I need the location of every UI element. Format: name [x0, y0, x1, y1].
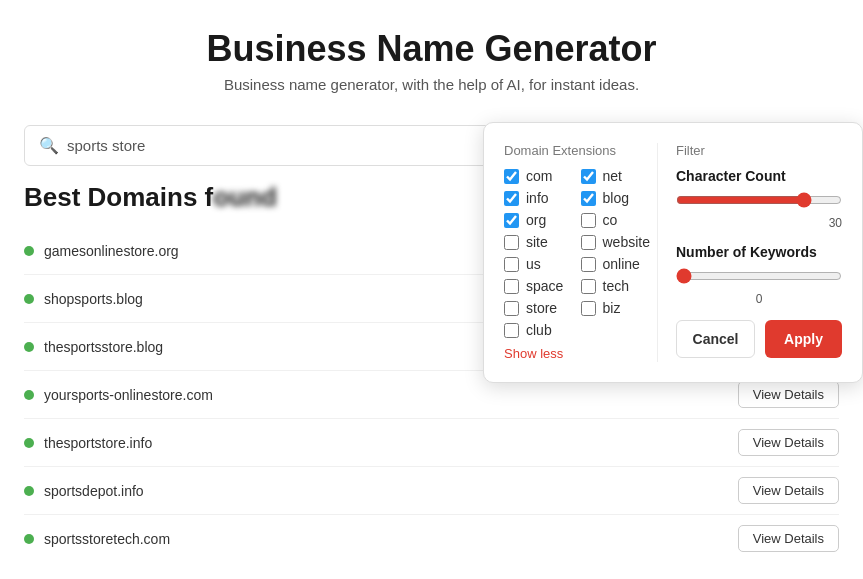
character-count-value: 30	[676, 216, 842, 230]
domain-item: sportsdepot.info View Details	[24, 467, 839, 515]
keywords-slider[interactable]	[676, 268, 842, 284]
ext-space[interactable]: space	[504, 278, 581, 294]
extensions-section: Domain Extensions com net info	[504, 143, 657, 362]
apply-button[interactable]: Apply	[765, 320, 842, 358]
ext-com-checkbox[interactable]	[504, 169, 519, 184]
ext-club[interactable]: club	[504, 322, 581, 338]
main-content: Best Domains found gamesonlinestore.org …	[0, 182, 863, 562]
domain-item: thesportstore.info View Details	[24, 419, 839, 467]
character-count-label: Character Count	[676, 168, 842, 184]
keywords-value: 0	[676, 292, 842, 306]
ext-us[interactable]: us	[504, 256, 581, 272]
ext-site-checkbox[interactable]	[504, 235, 519, 250]
ext-info-checkbox[interactable]	[504, 191, 519, 206]
filter-label: Filter	[676, 143, 842, 158]
number-of-keywords-label: Number of Keywords	[676, 244, 842, 260]
ext-tech[interactable]: tech	[581, 278, 658, 294]
filter-actions: Cancel Apply	[676, 320, 842, 358]
ext-store-checkbox[interactable]	[504, 301, 519, 316]
character-count-slider-wrapper	[676, 192, 842, 212]
available-dot	[24, 390, 34, 400]
ext-online[interactable]: online	[581, 256, 658, 272]
ext-net[interactable]: net	[581, 168, 658, 184]
ext-blog-checkbox[interactable]	[581, 191, 596, 206]
ext-co-checkbox[interactable]	[581, 213, 596, 228]
page-title: Business Name Generator	[0, 28, 863, 70]
available-dot	[24, 342, 34, 352]
available-dot	[24, 486, 34, 496]
ext-space-checkbox[interactable]	[504, 279, 519, 294]
ext-com[interactable]: com	[504, 168, 581, 184]
domain-name: gamesonlinestore.org	[44, 243, 179, 259]
ext-info[interactable]: info	[504, 190, 581, 206]
ext-website-checkbox[interactable]	[581, 235, 596, 250]
view-details-button[interactable]: View Details	[738, 477, 839, 504]
domain-name: thesportstore.info	[44, 435, 152, 451]
domain-name: shopsports.blog	[44, 291, 143, 307]
domain-name: thesportsstore.blog	[44, 339, 163, 355]
ext-net-checkbox[interactable]	[581, 169, 596, 184]
page-header: Business Name Generator Business name ge…	[0, 0, 863, 109]
show-less-link[interactable]: Show less	[504, 346, 563, 361]
ext-online-checkbox[interactable]	[581, 257, 596, 272]
ext-org[interactable]: org	[504, 212, 581, 228]
domain-name: sportsstoretech.com	[44, 531, 170, 547]
available-dot	[24, 246, 34, 256]
filter-panel: Domain Extensions com net info	[483, 122, 863, 383]
domain-item-left: gamesonlinestore.org	[24, 243, 179, 259]
ext-tech-checkbox[interactable]	[581, 279, 596, 294]
ext-blog[interactable]: blog	[581, 190, 658, 206]
ext-site[interactable]: site	[504, 234, 581, 250]
bottom-domain-row: sportsstoretech.com View Details	[24, 515, 839, 562]
view-details-button[interactable]: View Details	[738, 525, 839, 552]
domain-name: sportsdepot.info	[44, 483, 144, 499]
search-input[interactable]	[67, 137, 481, 154]
keywords-slider-wrapper	[676, 268, 842, 288]
view-details-button[interactable]: View Details	[738, 429, 839, 456]
domain-extensions-label: Domain Extensions	[504, 143, 657, 158]
ext-club-checkbox[interactable]	[504, 323, 519, 338]
view-details-button[interactable]: View Details	[738, 381, 839, 408]
domain-name: yoursports-onlinestore.com	[44, 387, 213, 403]
search-icon: 🔍	[39, 136, 59, 155]
ext-org-checkbox[interactable]	[504, 213, 519, 228]
page-subtitle: Business name generator, with the help o…	[0, 76, 863, 93]
ext-biz-checkbox[interactable]	[581, 301, 596, 316]
search-input-wrapper: 🔍	[24, 125, 496, 166]
available-dot	[24, 438, 34, 448]
ext-co[interactable]: co	[581, 212, 658, 228]
filter-section: Filter Character Count 30 Number of Keyw…	[657, 143, 842, 362]
character-count-slider[interactable]	[676, 192, 842, 208]
cancel-button[interactable]: Cancel	[676, 320, 755, 358]
available-dot	[24, 294, 34, 304]
ext-store[interactable]: store	[504, 300, 581, 316]
ext-biz[interactable]: biz	[581, 300, 658, 316]
ext-us-checkbox[interactable]	[504, 257, 519, 272]
available-dot	[24, 534, 34, 544]
ext-website[interactable]: website	[581, 234, 658, 250]
